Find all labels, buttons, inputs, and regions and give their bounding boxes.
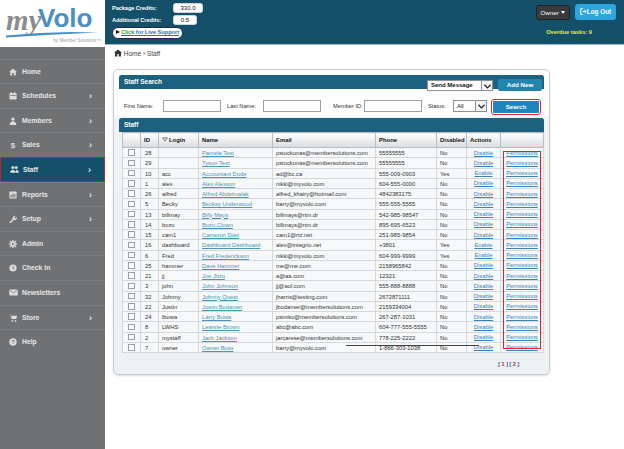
svg-text:$: $ [11,141,16,149]
svg-text:?: ? [11,339,15,345]
